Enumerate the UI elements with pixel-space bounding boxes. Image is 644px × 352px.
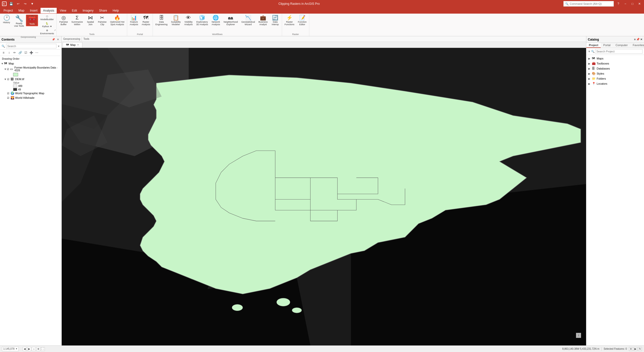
redo-qat-btn[interactable]: ↪ (23, 1, 28, 6)
undo-qat-btn[interactable]: ↩ (16, 1, 21, 6)
contents-search-input[interactable] (6, 44, 56, 48)
pause-btn[interactable]: ⏸ (629, 347, 633, 351)
visibility-analysis-btn[interactable]: 👁 VisibilityAnalysis (183, 15, 194, 26)
menu-view[interactable]: View (57, 8, 69, 13)
locators-expand-icon[interactable]: ▶ (588, 82, 592, 85)
catalog-pin-btn[interactable]: 📌 (636, 38, 640, 41)
catalog-tab-favorites[interactable]: Favorites (630, 43, 644, 48)
data-engineering-btn[interactable]: 🗄 DataEngineering (154, 15, 169, 26)
tools-btn[interactable]: 🧰 Tools (26, 15, 38, 26)
expand-geoprocessing[interactable]: ↗ (54, 29, 56, 31)
tree-item-former-muni[interactable]: ▼ ☑ ▭ Former Municipality Boundaries Dat… (0, 66, 61, 72)
contents-pin-btn[interactable]: 📌 (51, 38, 55, 42)
python-btn[interactable]: 🐍 Python ▼ (39, 22, 55, 28)
north-arrow[interactable]: ↑ (576, 333, 581, 338)
catalog-tab-computer[interactable]: Computer (613, 43, 630, 48)
next-extent-btn[interactable]: ▶ (27, 347, 31, 351)
map-canvas[interactable]: ↑ (62, 48, 586, 345)
menu-project[interactable]: Project (1, 8, 15, 13)
dem-check[interactable]: ☑ (7, 78, 11, 81)
catalog-close-btn[interactable]: ✕ (640, 38, 642, 41)
list-by-drawing-order-btn[interactable]: ↕ (7, 50, 12, 55)
spatial-join-btn[interactable]: ⋈ SpatialJoin (85, 15, 96, 26)
menu-map[interactable]: Map (16, 8, 27, 13)
tree-item-world-topo[interactable]: ☑ 🌍 World Topographic Map (0, 91, 61, 95)
catalog-tab-portal[interactable]: Portal (601, 43, 613, 48)
full-extent-btn[interactable]: ⛶ (41, 347, 45, 351)
databases-expand-icon[interactable]: ▶ (588, 67, 592, 70)
contents-search-dropdown[interactable]: ▼ (57, 45, 60, 48)
data-interop-btn[interactable]: 🔄 DataInterop (270, 15, 281, 26)
former-muni-expand-icon[interactable]: ▼ (4, 68, 7, 71)
list-by-source-btn[interactable]: ≡ (1, 50, 6, 55)
catalog-item-locators[interactable]: ▶ 📍 Locators (586, 81, 644, 86)
list-by-snapping-btn[interactable]: 🔗 (18, 50, 23, 55)
contents-close-btn[interactable]: ✕ (56, 38, 60, 42)
pairwise-buffer-btn[interactable]: ◎ PairwiseBuffer (58, 15, 69, 26)
toolboxes-expand-icon[interactable]: ▶ (588, 62, 592, 65)
ready-use-tools-btn[interactable]: 🔧 ReadyUse Tools (13, 15, 25, 28)
save-qat-btn[interactable]: 💾 (9, 1, 14, 6)
raster-functions-btn[interactable]: ⚡ RasterFunctions (283, 15, 296, 26)
map-tab-close[interactable]: ✕ (77, 44, 79, 46)
suitability-modeler-btn[interactable]: 📋 SuitabilityModeler (170, 15, 182, 26)
more-options-btn[interactable]: ⋯ (34, 50, 39, 55)
menu-analysis[interactable]: Analysis (41, 8, 57, 13)
help-btn[interactable]: ? (616, 1, 621, 6)
network-analysis-btn[interactable]: 🌐 NetworkAnalysis (210, 15, 222, 26)
prev-extent-btn[interactable]: ◀ (23, 347, 27, 351)
list-by-editing-btn[interactable]: ✏ (12, 50, 17, 55)
map-tab[interactable]: 🗺 Map ✕ (63, 42, 82, 48)
list-by-selection-btn[interactable]: ☑ (23, 50, 28, 55)
maximize-btn[interactable]: □ (630, 1, 635, 6)
menu-imagery[interactable]: Imagery (80, 8, 96, 13)
menu-edit[interactable]: Edit (69, 8, 80, 13)
catalog-item-databases[interactable]: ▶ 🗄 Databases (586, 66, 644, 71)
catalog-tab-project[interactable]: Project (586, 43, 601, 48)
scale-selector[interactable]: 1:145,078 ▼ (2, 347, 19, 351)
former-muni-check[interactable]: ☑ (7, 68, 10, 71)
scale-dropdown-icon[interactable]: ▼ (16, 348, 18, 350)
add-data-btn[interactable]: ➕ (29, 50, 34, 55)
catalog-item-folders[interactable]: ▶ 📁 Folders (586, 76, 644, 81)
geostatistical-wizard-btn[interactable]: 📉 GeostatisticalWizard (240, 15, 256, 26)
raster-analysis-btn[interactable]: 🗺 RasterAnalysis (140, 15, 152, 26)
catalog-item-toolboxes[interactable]: ▶ 🧰 Toolboxes (586, 61, 644, 66)
home-extent-btn[interactable]: ⌂ (32, 347, 36, 351)
command-search-input[interactable] (570, 2, 612, 5)
play-btn[interactable]: ▶ (633, 347, 637, 351)
world-topo-check[interactable]: ☑ (7, 92, 11, 95)
environments-btn[interactable]: ⚙ Environments (39, 29, 55, 35)
optimized-hot-spot-btn[interactable]: 🔥 Optimized HotSpot Analysis (109, 15, 126, 26)
command-search-bar[interactable]: 🔍 (563, 1, 614, 7)
close-btn[interactable]: ✕ (637, 1, 642, 6)
zoom-to-selection-btn[interactable]: ⊕ (36, 347, 40, 351)
modelbuilder-btn[interactable]: ⬡ ModelBuilder (39, 15, 55, 21)
menu-insert[interactable]: Insert (27, 8, 40, 13)
catalog-search-input[interactable] (595, 49, 642, 54)
catalog-item-styles[interactable]: ▶ 🎨 Styles (586, 71, 644, 76)
menu-help[interactable]: Help (110, 8, 121, 13)
catalog-options-btn[interactable]: ≡ (634, 38, 636, 41)
business-analyst-btn[interactable]: 💼 BusinessAnalyst (257, 15, 269, 26)
styles-expand-icon[interactable]: ▶ (588, 72, 592, 75)
summarize-within-btn[interactable]: Σ SummarizeWithin (70, 15, 84, 26)
map-expand-icon[interactable]: ▼ (1, 62, 4, 65)
maps-expand-icon[interactable]: ▶ (588, 57, 592, 60)
folders-expand-icon[interactable]: ▶ (588, 77, 592, 80)
customize-qat-btn[interactable]: ▼ (30, 1, 35, 6)
exploratory-3d-btn[interactable]: 🧊 Exploratory3D Analysis (195, 15, 210, 26)
function-editor-btn[interactable]: 📝 FunctionEditor (296, 15, 308, 26)
catalog-item-maps[interactable]: ▶ 🗺 Maps (586, 56, 644, 61)
menu-share[interactable]: Share (96, 8, 110, 13)
tree-item-world-hillshade[interactable]: ☑ 🌄 World Hillshade (0, 95, 61, 100)
tree-item-dem[interactable]: ▼ ☑ 🖼 DEM.tif (0, 77, 61, 81)
world-hillshade-check[interactable]: ☑ (7, 97, 11, 99)
refresh-btn[interactable]: ↻ (638, 347, 642, 351)
pairwise-clip-btn[interactable]: ✂ PairwiseClip (96, 15, 108, 26)
dem-expand-icon[interactable]: ▼ (4, 78, 7, 81)
tree-item-map[interactable]: ▼ 🗺 Map (0, 61, 61, 66)
feature-analysis-btn[interactable]: 📊 FeatureAnalysis (128, 15, 140, 26)
neighborhood-explorer-btn[interactable]: 🏘 NeighborhoodExplorer (222, 15, 240, 26)
history-btn[interactable]: 🕐 History (1, 15, 12, 24)
